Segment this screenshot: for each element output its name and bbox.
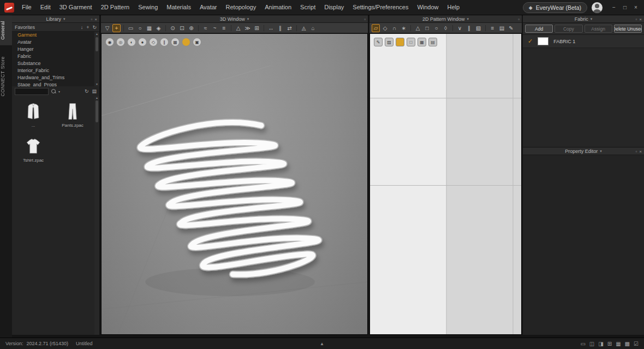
assign-fabric-button[interactable]: Assign (585, 25, 612, 33)
show-bounding-volumes-icon[interactable]: ◇ (149, 38, 158, 46)
garment-3d-coil[interactable] (140, 122, 319, 275)
tape-tool-icon[interactable]: ∥ (276, 24, 284, 32)
fabric-list-item[interactable]: ✓ FABRIC 1 (523, 35, 644, 48)
notch-tool-icon[interactable]: ∨ (456, 24, 464, 32)
menu-item[interactable]: Help (443, 0, 464, 15)
polygon-tool-icon[interactable]: △ (414, 24, 422, 32)
menu-item[interactable]: Window (413, 0, 443, 15)
pin-box-tool-icon[interactable]: ⊡ (178, 24, 186, 32)
menu-item[interactable]: Edit (36, 0, 55, 15)
search-options-caret-icon[interactable]: ▾ (58, 90, 60, 93)
file-item-tshirt[interactable]: Tshirt.zpac (20, 137, 47, 163)
rectangle-tool-icon[interactable]: □ (423, 24, 431, 32)
property-editor-caret-icon[interactable]: ▾ (600, 149, 602, 153)
select-lasso-tool-icon[interactable]: ○ (136, 24, 144, 32)
arrange-grid-tool-icon[interactable]: ⊞ (253, 24, 261, 32)
fit-view-tool-icon[interactable]: ⌂ (309, 24, 317, 32)
scroll-down-icon[interactable]: ▼ (96, 82, 98, 86)
layout-preset-4-icon[interactable]: ⊞ (607, 341, 612, 347)
assign-material-tool-icon[interactable]: ◈ (154, 24, 163, 32)
search-icon[interactable] (51, 88, 56, 94)
library-item-garment[interactable]: Garment (12, 32, 94, 39)
add-fabric-button[interactable]: Add (525, 25, 553, 33)
library-list-scrollbar[interactable]: ▲ ▼ (94, 32, 99, 86)
expand-bottom-panel-button[interactable]: ▲ (320, 341, 324, 346)
3d-viewport[interactable]: ◉◎◐●◇∥▦▣ (101, 33, 368, 335)
material-sphere-icon[interactable] (182, 38, 190, 46)
copy-fabric-button[interactable]: Copy (554, 25, 582, 33)
measure-tool-icon[interactable]: ↔ (267, 24, 275, 32)
app-logo-icon[interactable] (4, 3, 14, 13)
property-editor-undock-icon[interactable]: ▫ (635, 149, 637, 154)
scrollbar-thumb[interactable] (96, 100, 98, 122)
show-grid-icon[interactable]: ▦ (171, 38, 180, 46)
layout-preset-2-icon[interactable]: ◫ (589, 341, 594, 347)
fabric-swatch[interactable] (538, 37, 548, 45)
fabric-undock-icon[interactable]: ▫ (635, 17, 637, 22)
edit-sewing-tool-icon[interactable]: ≡ (220, 24, 228, 32)
search-input[interactable] (15, 88, 49, 95)
fabric-selected-check-icon[interactable]: ✓ (528, 38, 533, 45)
layout-preset-5-icon[interactable]: ▦ (616, 341, 621, 347)
segment-sewing-tool-icon[interactable]: ≈ (201, 24, 210, 32)
fold-arrangement-tool-icon[interactable]: △ (234, 24, 242, 32)
tab-general[interactable]: General (0, 15, 12, 45)
add-point-tool-icon[interactable]: ∗ (399, 24, 408, 32)
menu-item[interactable]: 3D Garment (55, 0, 97, 15)
print-area-icon[interactable]: ▤ (428, 38, 437, 46)
layout-confirm-icon[interactable]: ☑ (634, 341, 639, 347)
close-button[interactable]: × (631, 3, 641, 13)
show-avatar-icon[interactable]: ◉ (105, 38, 114, 46)
layout-preset-6-icon[interactable]: ▩ (625, 341, 630, 347)
grading-tool-icon[interactable]: ≡ (488, 24, 497, 32)
brush-tool-icon[interactable]: ✎ (374, 38, 383, 46)
library-undock-icon[interactable]: ▫ (91, 17, 92, 22)
fabric-close-icon[interactable]: × (639, 17, 642, 22)
material-sphere-2d-icon[interactable] (396, 38, 404, 46)
3d-window-caret-icon[interactable]: ▾ (247, 17, 249, 21)
layout-preset-1-icon[interactable]: ▭ (580, 341, 585, 347)
menu-item[interactable]: Settings/Preferences (348, 0, 413, 15)
library-item-substance[interactable]: Substance (12, 60, 94, 67)
2d-window-undock-icon[interactable]: ▫ (518, 17, 520, 22)
search-refresh-icon[interactable]: ↻ (85, 88, 89, 94)
seam-allowance-tool-icon[interactable]: ∥ (465, 24, 473, 32)
scrollbar-thumb[interactable] (96, 37, 98, 51)
show-grid-2d-icon[interactable]: ▦ (418, 38, 426, 46)
minimize-button[interactable]: − (609, 3, 619, 13)
fabric-caret-icon[interactable]: ▾ (591, 17, 593, 21)
import-favorite-icon[interactable]: ↓ (81, 25, 84, 30)
library-caret-icon[interactable]: ▾ (63, 17, 65, 21)
delete-unused-fabric-button[interactable]: Delete Unused (614, 25, 642, 33)
2d-viewport[interactable]: ✎▨□▦▤ (369, 33, 522, 335)
menu-item[interactable]: Sewing (134, 0, 162, 15)
maximize-button[interactable]: □ (620, 3, 630, 13)
select-box-tool-icon[interactable]: ▭ (127, 24, 135, 32)
wind-tool-icon[interactable]: ≫ (243, 24, 252, 32)
account-avatar[interactable] (592, 2, 603, 13)
file-item-pants[interactable]: Pants.zpac (59, 102, 86, 128)
pen-tool-icon[interactable]: ✎ (507, 24, 515, 32)
library-item-hanger[interactable]: Hanger (12, 46, 94, 53)
everywear-badge[interactable]: ◆ EveryWear (Beta) (523, 2, 587, 13)
add-favorite-icon[interactable]: + (86, 25, 89, 30)
render-view-icon[interactable]: ▣ (193, 38, 201, 46)
scroll-up-icon[interactable]: ▲ (96, 32, 98, 36)
library-item-interior-fabric[interactable]: Interior_Fabric (12, 67, 94, 74)
transform-pattern-tool-icon[interactable]: ▱ (372, 24, 380, 32)
menu-item[interactable]: Avatar (195, 0, 222, 15)
edit-curvature-tool-icon[interactable]: ∩ (390, 24, 398, 32)
scroll-up-icon[interactable]: ▲ (96, 96, 98, 99)
free-sewing-tool-icon[interactable]: ~ (211, 24, 219, 32)
show-base-fabric-icon[interactable]: □ (407, 38, 415, 46)
print-layout-tool-icon[interactable]: ▤ (498, 24, 506, 32)
flatten-tool-icon[interactable]: ⇄ (285, 24, 294, 32)
refresh-favorites-icon[interactable]: ↻ (92, 25, 97, 30)
tab-connect-store[interactable]: CONNECT Store (0, 51, 12, 102)
file-browser-scrollbar[interactable]: ▲ (94, 96, 99, 335)
library-item-stage-and-props[interactable]: Stage_and_Props (12, 81, 94, 86)
pin-tool-icon[interactable]: ⊙ (169, 24, 177, 32)
dart-tool-icon[interactable]: ◊ (442, 24, 450, 32)
menu-item[interactable]: Materials (162, 0, 195, 15)
circle-tool-icon[interactable]: ○ (432, 24, 440, 32)
